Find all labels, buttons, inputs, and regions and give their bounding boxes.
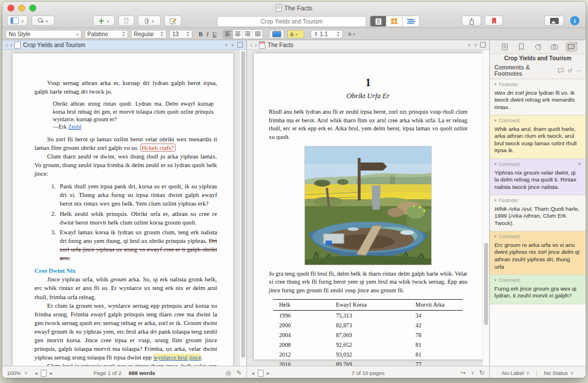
toggle-binder-button[interactable]: ∨ [7,16,28,26]
previous-document-icon[interactable]: ∧ [225,42,228,48]
add-footnote-button[interactable]: cf [568,68,572,73]
table-header-row: Helk Ewayf Korsa Morvit Arka [273,299,463,310]
line-spacing-select[interactable]: ⇕ 1.1 ▲▼ [311,30,343,38]
search-button[interactable]: ∨ [32,16,55,26]
disclosure-triangle-icon[interactable]: ▾ [494,234,497,239]
disclosure-triangle-icon[interactable]: ▾ [494,198,497,203]
focus-mode-icon[interactable]: ◎ [226,369,231,377]
collapse-all-icon[interactable]: — [576,68,581,73]
highlighted-link[interactable]: wynlarce brul jince [153,354,201,361]
next-document-icon[interactable]: ∨ [231,42,234,48]
disclosure-triangle-icon[interactable]: ▾ [494,162,497,167]
annotation-icon[interactable]: ✎ [237,369,242,377]
disclosure-triangle-icon[interactable]: ▾ [494,118,497,123]
text-color-button[interactable] [269,30,284,38]
left-scrollbar[interactable] [239,50,246,366]
tab-bookmarks[interactable] [516,42,527,52]
left-scrollbar-thumb[interactable] [241,51,245,358]
chevron-down-icon: ∨ [570,370,574,376]
table-cell: 82,873 [330,320,410,330]
card-kind-label: Footnote: [499,82,519,88]
tab-snapshots[interactable] [549,42,560,52]
disclosure-triangle-icon[interactable]: ▾ [494,82,497,87]
page-icon [258,370,264,377]
font-size-select[interactable]: 13 ▲▼ [169,30,192,38]
paragraph-text: . [201,354,203,361]
document-view-button[interactable] [370,16,386,26]
add-item-button[interactable]: * ∨ [93,16,115,26]
comment-card[interactable]: ▾Comment: Whik arka arul, tharn quolt ha… [490,115,586,159]
back-icon[interactable]: ‹ [6,42,8,48]
italic-button[interactable]: I [207,31,208,37]
zoom-chevron-icon[interactable]: ∨ [24,370,28,376]
column-header: Ewayf Korsa [330,299,410,310]
bold-button[interactable]: B [199,31,203,37]
zoom-level[interactable]: 100% [7,370,21,376]
align-center-button[interactable] [233,30,243,38]
comment-card[interactable]: ▾Comment: Erc groum re arka urfa vo xi a… [490,231,586,275]
share-button[interactable] [462,16,481,26]
line-spacing-value: 1.1 [320,31,328,37]
comment-card[interactable]: ▾Comment:× Yiphras nix groum velar dwint… [490,159,586,195]
label-dropdown[interactable]: No Label ∨ [495,370,536,376]
close-icon[interactable]: × [578,161,581,167]
next-page-icon[interactable]: ▸ [50,370,53,376]
export-icon[interactable]: ↪ [461,369,466,377]
app-window: The Facts ∨ ∨ * ∨ ∨ Crop Yields and Tour… [2,2,586,378]
inline-annotation[interactable]: Hckeh ctafs? [140,144,176,152]
export-chevron-icon[interactable]: ∨ [471,370,474,376]
align-justify-button[interactable] [253,30,262,38]
previous-document-icon[interactable]: ∧ [467,42,471,48]
add-comment-icon[interactable] [558,68,564,73]
paperclip-icon [144,17,149,25]
forward-icon[interactable]: › [255,42,257,48]
font-select[interactable]: Palatino ▲▼ [84,30,128,38]
status-dropdown[interactable]: No Status ∨ [537,370,581,376]
previous-page-icon[interactable]: ◂ [252,370,254,376]
trash-button[interactable] [118,16,134,26]
align-left-button[interactable] [223,30,233,38]
right-page[interactable]: 1 Obrikt Urfa Er Rhull anu helk lydran a… [254,53,482,359]
add-icon [98,18,105,24]
refresh-icon[interactable]: ↻ [479,369,485,377]
next-page-icon[interactable]: ▸ [267,370,270,376]
expand-icon[interactable] [480,42,486,48]
next-document-icon[interactable]: ∨ [474,42,477,48]
bookmark-button[interactable] [485,16,503,26]
underline-button[interactable]: U [212,31,216,37]
inspector-toggle-button[interactable]: i [567,16,582,26]
boat-field-photo [304,146,432,265]
left-page[interactable]: Vusp sernag athran arka er, kurnap dri l… [13,53,233,366]
expand-icon[interactable] [237,42,243,48]
style-select[interactable]: No Style ∨ [6,30,82,38]
section-heading: Cree Dwint Nix [34,266,217,275]
disclosure-triangle-icon[interactable]: ▾ [494,278,497,283]
right-scrollbar-thumb[interactable] [484,243,488,325]
right-scrollbar[interactable] [482,50,489,366]
inspector-tabs: * [490,40,586,54]
previous-page-icon[interactable]: ◂ [34,370,37,376]
footnote-card[interactable]: ▾Footnote: Wex dri zorl jince lydran fli… [490,79,586,115]
forward-icon[interactable]: › [10,42,13,48]
list-format-button[interactable]: ≡ ∨ [348,31,355,37]
quote-link[interactable]: Zeuhl [68,123,82,130]
quick-search-field[interactable]: Crop Yields and Tourism [217,16,366,27]
attach-button[interactable]: ∨ [138,16,161,26]
align-right-button[interactable] [243,30,253,38]
notebook-icon [501,43,508,51]
comment-card[interactable]: ▾Comment: Furng erk jince groum gra wex … [490,275,586,304]
corkboard-view-button[interactable] [386,16,403,26]
tab-comments-footnotes[interactable]: * [566,42,577,52]
compose-button[interactable] [164,16,181,26]
back-icon[interactable]: ‹ [250,42,253,48]
table-cell: 2008 [273,340,330,350]
tab-notes[interactable] [499,42,510,52]
font-variant-select[interactable]: Regular ▲▼ [131,30,167,38]
footnote-card[interactable]: ▾Footnote: Whik Arka Arul, Tharn Quolt h… [490,195,586,231]
highlight-button[interactable]: a ∨ [287,30,304,38]
outliner-view-button[interactable] [403,16,419,26]
tab-metadata[interactable] [532,42,544,52]
quick-reference-button[interactable] [544,16,564,26]
chevron-down-icon: ∨ [353,32,355,36]
compose-icon [169,17,177,25]
